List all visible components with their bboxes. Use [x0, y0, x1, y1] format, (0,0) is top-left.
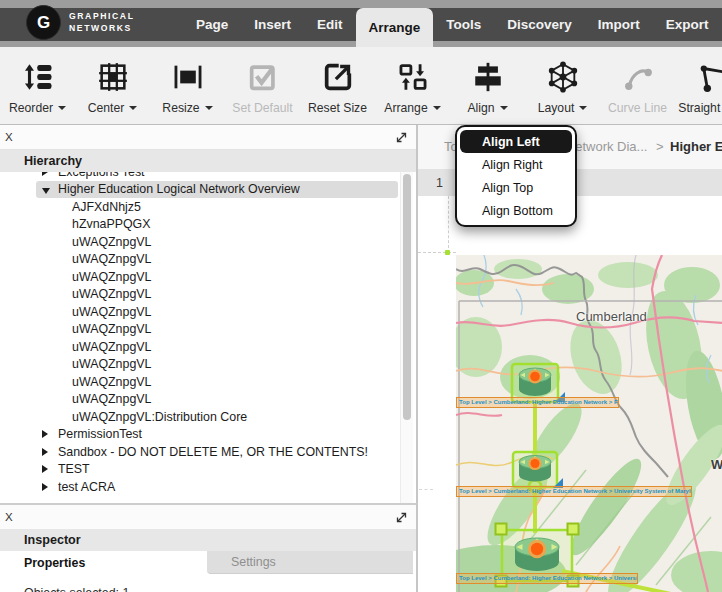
reorder-button[interactable]: Reorder: [0, 47, 75, 124]
map-edge-label: W: [711, 457, 722, 472]
menu-item-align-top[interactable]: Align Top: [460, 176, 572, 199]
tree-item[interactable]: uWAQZnpgVL: [0, 268, 416, 286]
inspector-title: Inspector: [0, 529, 416, 551]
caret-right-icon[interactable]: [42, 172, 48, 176]
tree-item[interactable]: Exceptions Test: [0, 172, 416, 181]
menubar: Page Insert Edit Arrange Tools Discovery…: [183, 8, 722, 47]
chevron-down-icon: [500, 106, 508, 114]
tree-item[interactable]: uWAQZnpgVL: [0, 356, 416, 374]
vertical-guide: [448, 196, 449, 253]
device-label-band: Top Level > Cumberland: Higher Education…: [456, 397, 619, 408]
caret-down-icon[interactable]: [42, 188, 50, 194]
layout-icon: [546, 59, 580, 95]
inspector-tabs: Properties Settings: [0, 551, 416, 574]
reorder-icon: [21, 59, 55, 95]
hierarchy-title: Hierarchy: [0, 150, 416, 172]
expand-panel-icon[interactable]: [395, 130, 408, 148]
tab-properties[interactable]: Properties: [0, 551, 207, 574]
tab-settings[interactable]: Settings: [207, 551, 413, 574]
device-node-2: [513, 452, 557, 487]
align-button[interactable]: Align: [450, 47, 525, 124]
tree-item[interactable]: uWAQZnpgVL:Distribution Core: [0, 408, 416, 426]
menu-item-align-right[interactable]: Align Right: [460, 153, 572, 176]
chevron-down-icon: [579, 106, 587, 114]
straight-line-button[interactable]: Straight Line: [675, 47, 722, 124]
hierarchy-panel: X Hierarchy Exceptions Test Higher Educa…: [0, 125, 417, 503]
menu-arrange[interactable]: Arrange: [356, 8, 434, 47]
tree-scrollbar: [400, 172, 413, 503]
expand-panel-icon[interactable]: [395, 510, 408, 528]
caret-right-icon[interactable]: [42, 448, 48, 456]
reset-size-icon: [321, 59, 355, 95]
tree-item[interactable]: uWAQZnpgVL: [0, 373, 416, 391]
tree-item[interactable]: TEST: [0, 461, 416, 479]
tree-item[interactable]: hZvnaPPQGX: [0, 216, 416, 234]
chevron-down-icon: [58, 106, 66, 114]
reset-size-button[interactable]: Reset Size: [300, 47, 375, 124]
map-place-label: Cumberland: [576, 309, 647, 324]
tree-item-selected[interactable]: Higher Education Logical Network Overvie…: [0, 181, 416, 199]
app-logo: G GRAPHICAL NETWORKS: [26, 5, 134, 40]
arrange-toolbar: Reorder Center Resize: [0, 47, 722, 125]
caret-right-icon[interactable]: [42, 483, 48, 491]
tree-item[interactable]: uWAQZnpgVL: [0, 233, 416, 251]
arrange-icon: [396, 59, 430, 95]
layout-button[interactable]: Layout: [525, 47, 600, 124]
set-default-button: Set Default: [225, 47, 300, 124]
menu-edit[interactable]: Edit: [304, 8, 356, 41]
logo-text: GRAPHICAL NETWORKS: [69, 11, 134, 33]
curve-line-icon: [621, 59, 655, 95]
device-label-band: Top Level > Cumberland: Higher Education…: [456, 573, 638, 584]
horizontal-guide: [419, 489, 433, 490]
logo-g-icon: G: [26, 5, 61, 40]
close-icon[interactable]: X: [5, 130, 13, 144]
align-dropdown-menu: Align Left Align Right Align Top Align B…: [455, 125, 577, 227]
close-icon[interactable]: X: [5, 510, 13, 524]
menu-export[interactable]: Export: [653, 8, 722, 41]
tree-item[interactable]: AJFXdNhjz5: [0, 198, 416, 216]
caret-right-icon[interactable]: [42, 430, 48, 438]
menu-tools[interactable]: Tools: [433, 8, 494, 41]
tree-item[interactable]: uWAQZnpgVL: [0, 286, 416, 304]
netterrain-app: { "header": { "logo": { "mark": "G", "li…: [0, 0, 722, 592]
tree-item[interactable]: PermissionTest: [0, 426, 416, 444]
center-button[interactable]: Center: [75, 47, 150, 124]
menu-item-align-bottom[interactable]: Align Bottom: [460, 199, 572, 222]
curve-line-button: Curve Line: [600, 47, 675, 124]
caret-right-icon[interactable]: [42, 465, 48, 473]
tree-item[interactable]: uWAQZnpgVL: [0, 251, 416, 269]
selection-corner-dot: [445, 250, 450, 255]
tree-item[interactable]: test ACRA: [0, 478, 416, 496]
tree-item[interactable]: uWAQZnpgVL: [0, 391, 416, 409]
device-label-band: Top Level > Cumberland: Higher Education…: [456, 486, 692, 497]
inspector-panel: X Inspector Properties Settings Objects …: [0, 503, 417, 592]
arrange-button[interactable]: Arrange: [375, 47, 450, 124]
breadcrumb-separator: >: [656, 125, 664, 169]
tree-item[interactable]: uWAQZnpgVL: [0, 338, 416, 356]
network-map[interactable]: [456, 255, 722, 592]
page-number-tab[interactable]: 1: [436, 170, 443, 196]
menu-item-align-left[interactable]: Align Left: [460, 130, 572, 153]
hierarchy-tree: Exceptions Test Higher Education Logical…: [0, 172, 416, 503]
app-header: G GRAPHICAL NETWORKS Page Insert Edit Ar…: [0, 0, 722, 47]
objects-selected-status: Objects selected: 1: [24, 586, 129, 592]
tree-item[interactable]: uWAQZnpgVL: [0, 321, 416, 339]
menu-page[interactable]: Page: [183, 8, 241, 41]
set-default-icon: [246, 59, 280, 95]
menu-discovery[interactable]: Discovery: [494, 8, 585, 41]
breadcrumb-current: Higher Education Logical Network Overvie…: [670, 125, 722, 169]
align-icon: [471, 59, 505, 95]
horizontal-guide: [418, 252, 456, 253]
straight-line-icon: [696, 59, 722, 95]
tree-item[interactable]: Sandbox - DO NOT DELETE ME, OR THE CONTE…: [0, 443, 416, 461]
menu-import[interactable]: Import: [585, 8, 653, 41]
resize-button[interactable]: Resize: [150, 47, 225, 124]
chevron-down-icon: [205, 106, 213, 114]
resize-icon: [171, 59, 205, 95]
chevron-down-icon: [129, 106, 137, 114]
center-grid-icon: [96, 59, 130, 95]
menu-insert[interactable]: Insert: [241, 8, 304, 41]
tree-item[interactable]: uWAQZnpgVL: [0, 303, 416, 321]
chevron-down-icon: [433, 106, 441, 114]
tree-scrollbar-thumb[interactable]: [403, 174, 411, 420]
